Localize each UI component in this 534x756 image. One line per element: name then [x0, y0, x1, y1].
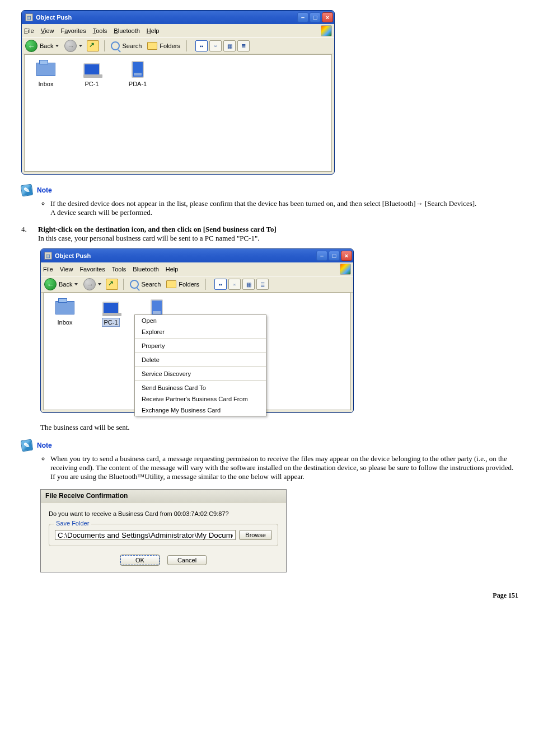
note-bullet: When you try to send a business card, a …: [50, 454, 518, 481]
close-button[interactable]: ×: [341, 251, 352, 261]
ctx-open[interactable]: Open: [135, 315, 266, 326]
view-button-2[interactable]: ▫▫: [209, 40, 222, 51]
view-button-3[interactable]: ▦: [223, 40, 236, 51]
toolbar: ← Back → Search Folders ▪▪ ▫▫ ▦ ≣: [41, 276, 353, 293]
dialog-title: File Receive Confirmation: [41, 490, 286, 503]
device-pc-1[interactable]: PC-1: [94, 299, 128, 326]
ctx-explorer[interactable]: Explorer: [135, 326, 266, 337]
search-icon: [130, 280, 139, 289]
browse-button[interactable]: Browse: [239, 530, 272, 540]
back-button[interactable]: ← Back: [43, 278, 79, 290]
after-text: The business card will be sent.: [40, 423, 518, 432]
page-footer: Page 151: [21, 591, 518, 600]
view-button-3[interactable]: ▦: [242, 279, 255, 290]
separator: [205, 279, 206, 290]
back-button[interactable]: ← Back: [24, 40, 60, 52]
cancel-button[interactable]: Cancel: [167, 555, 207, 565]
ctx-property[interactable]: Property: [135, 340, 266, 351]
menu-favorites[interactable]: Favorites: [79, 266, 105, 273]
pc-icon: [102, 302, 119, 314]
device-label: Inbox: [48, 319, 82, 326]
search-label: Search: [141, 281, 161, 288]
ctx-delete[interactable]: Delete: [135, 354, 266, 365]
object-push-window-1: ◫ Object Push – □ × File View Favorites …: [21, 10, 335, 175]
separator: [104, 40, 105, 51]
search-button[interactable]: Search: [129, 280, 162, 289]
forward-button[interactable]: →: [63, 40, 83, 52]
back-icon: ←: [25, 40, 38, 52]
device-label: PDA-1: [121, 81, 154, 87]
view-button-2[interactable]: ▫▫: [228, 279, 241, 290]
folder-icon: [147, 42, 157, 50]
context-menu: Open Explorer Property Delete Service Di…: [134, 314, 266, 416]
ctx-service-discovery[interactable]: Service Discovery: [135, 368, 266, 379]
note-block-2: ✎ Note When you try to send a business c…: [21, 440, 518, 481]
menu-view[interactable]: View: [41, 27, 54, 34]
folders-button[interactable]: Folders: [165, 280, 200, 288]
menu-file[interactable]: File: [43, 266, 53, 273]
titlebar[interactable]: ◫ Object Push – □ ×: [41, 249, 353, 262]
close-button[interactable]: ×: [322, 12, 333, 22]
note-icon: ✎: [21, 184, 34, 197]
menubar: File View Favorites Tools Bluetooth Help: [22, 24, 334, 37]
ok-button[interactable]: OK: [120, 555, 160, 565]
device-inbox[interactable]: Inbox: [29, 60, 63, 87]
step-title: Right-click on the destination icon, and…: [38, 225, 277, 233]
chevron-down-icon: [98, 283, 101, 285]
menubar: File View Favorites Tools Bluetooth Help: [41, 262, 353, 276]
file-receive-confirmation-dialog: File Receive Confirmation Do you want to…: [40, 489, 287, 572]
window-title: Object Push: [55, 252, 316, 259]
view-button-1[interactable]: ▪▪: [214, 279, 227, 290]
note-block-1: ✎ Note If the desired device does not ap…: [21, 185, 518, 217]
menu-favorites[interactable]: Favorites: [60, 27, 86, 34]
folders-button[interactable]: Folders: [146, 42, 181, 50]
note-heading: Note: [37, 186, 52, 194]
content-area: Inbox PC-1 PDA-1 Open Explorer Property …: [43, 293, 351, 410]
ctx-exchange-card[interactable]: Exchange My Business Card: [135, 405, 266, 416]
throbber-icon: [340, 264, 351, 275]
minimize-button[interactable]: –: [316, 251, 327, 261]
folders-label: Folders: [179, 281, 199, 288]
note-icon: ✎: [21, 439, 34, 452]
device-label: Inbox: [29, 81, 63, 87]
save-folder-input[interactable]: [55, 530, 236, 540]
device-pc-1[interactable]: PC-1: [75, 60, 109, 87]
search-button[interactable]: Search: [110, 41, 143, 50]
ctx-receive-partner-card[interactable]: Receive Partner's Business Card From: [135, 393, 266, 405]
toolbar: ← Back → Search Folders ▪▪ ▫▫ ▦ ≣: [22, 37, 334, 54]
menu-help[interactable]: Help: [166, 266, 179, 273]
menu-help[interactable]: Help: [147, 27, 160, 34]
ctx-send-business-card[interactable]: Send Business Card To: [135, 382, 266, 393]
folder-icon: [166, 280, 176, 288]
menu-file[interactable]: File: [24, 27, 34, 34]
device-label: PC-1: [75, 81, 109, 87]
step-desc: In this case, your personal business car…: [38, 234, 260, 242]
minimize-button[interactable]: –: [297, 12, 308, 22]
menu-view[interactable]: View: [60, 266, 73, 273]
menu-tools[interactable]: Tools: [93, 27, 107, 34]
menu-tools[interactable]: Tools: [112, 266, 127, 273]
step-4: 4. Right-click on the destination icon, …: [21, 225, 518, 243]
device-pda-1[interactable]: PDA-1: [121, 60, 154, 87]
device-label: PC-1: [94, 319, 128, 326]
maximize-button[interactable]: □: [329, 251, 340, 261]
device-inbox[interactable]: Inbox: [48, 299, 82, 326]
back-icon: ←: [44, 278, 57, 290]
up-folder-button[interactable]: [87, 40, 99, 51]
separator: [123, 279, 124, 290]
titlebar[interactable]: ◫ Object Push – □ ×: [22, 11, 334, 24]
maximize-button[interactable]: □: [310, 12, 321, 22]
back-label: Back: [40, 43, 53, 49]
up-folder-button[interactable]: [106, 279, 118, 290]
view-button-4[interactable]: ≣: [256, 279, 269, 290]
chevron-down-icon: [55, 45, 59, 47]
view-button-4[interactable]: ≣: [237, 40, 250, 51]
pda-icon: [132, 61, 144, 78]
note-bullet: If the desired device does not appear in…: [50, 199, 518, 217]
menu-bluetooth[interactable]: Bluetooth: [133, 266, 158, 273]
dialog-question: Do you want to receive a Business Card f…: [49, 510, 278, 517]
forward-button[interactable]: →: [82, 278, 102, 290]
menu-bluetooth[interactable]: Bluetooth: [114, 27, 140, 34]
view-button-1[interactable]: ▪▪: [195, 40, 208, 51]
chevron-down-icon: [74, 283, 78, 285]
